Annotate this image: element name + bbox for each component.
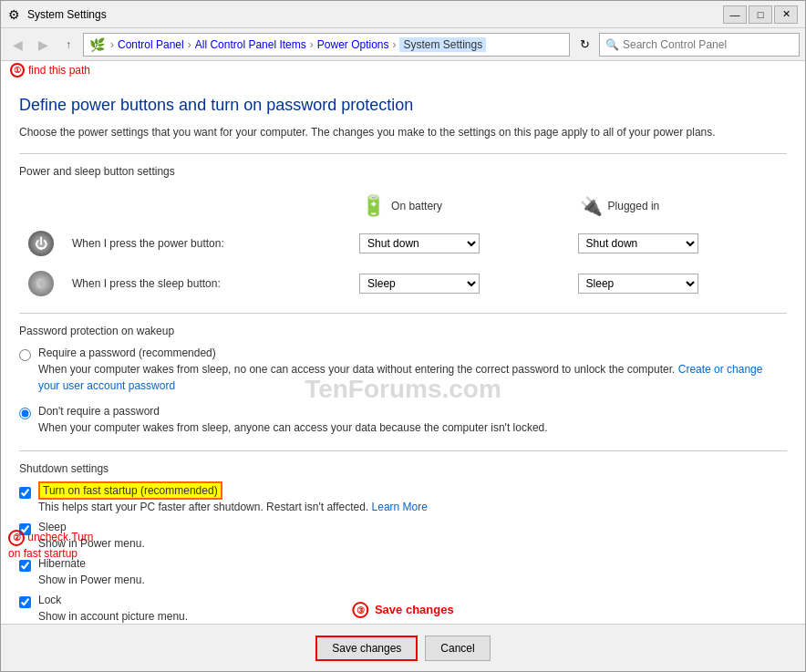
power-button-plugged-select[interactable]: Do nothing Sleep Hibernate Shut down Tur… xyxy=(578,233,698,253)
sleep-button-icon: ☾ xyxy=(28,271,54,296)
annotation2: ② uncheck Turn on fast startup xyxy=(8,530,99,562)
up-button[interactable]: ↑ xyxy=(57,34,79,56)
power-settings-table: 🔋 On battery 🔌 Plugged in xyxy=(19,189,787,304)
breadcrumb-power-options[interactable]: Power Options xyxy=(317,38,389,51)
fast-startup-item: Turn on fast startup (recommended) This … xyxy=(19,484,787,515)
lock-desc: Show in account picture menu. xyxy=(38,608,188,624)
annotation3-text: Save changes xyxy=(375,603,454,616)
divider2 xyxy=(19,313,787,314)
no-password-desc: When your computer wakes from sleep, any… xyxy=(38,419,548,436)
plugged-label: Plugged in xyxy=(608,200,660,212)
maximize-button[interactable]: □ xyxy=(749,5,772,24)
address-bar: ◀ ▶ ↑ 🌿 › Control Panel › All Control Pa… xyxy=(1,28,805,61)
hibernate-desc: Show in Power menu. xyxy=(38,572,145,588)
require-password-text: Require a password (recommended) When yo… xyxy=(38,346,787,394)
require-password-desc: When your computer wakes from sleep, no … xyxy=(38,361,787,394)
forward-button[interactable]: ▶ xyxy=(32,34,54,56)
sleep-button-battery-select[interactable]: Do nothing Sleep Hibernate Shut down Tur… xyxy=(359,274,480,294)
hibernate-text: Hibernate Show in Power menu. xyxy=(38,557,145,588)
page-title: Define power buttons and turn on passwor… xyxy=(19,96,787,115)
refresh-icon: ↻ xyxy=(580,37,590,51)
breadcrumb[interactable]: 🌿 › Control Panel › All Control Panel It… xyxy=(83,33,570,57)
sleep-button-plugged-select[interactable]: Do nothing Sleep Hibernate Shut down Tur… xyxy=(578,274,698,294)
learn-more-link[interactable]: Learn More xyxy=(372,501,428,513)
search-icon: 🔍 xyxy=(605,38,619,51)
annotation1-text: find this path xyxy=(28,64,90,77)
sleep-item: Sleep Show in Power menu. xyxy=(19,521,787,552)
no-password-text: Don't require a password When your compu… xyxy=(38,405,548,436)
annotation3: ③ Save changes xyxy=(352,602,453,618)
footer: ③ Save changes Save changes Cancel xyxy=(1,624,805,671)
breadcrumb-control-panel[interactable]: Control Panel xyxy=(118,38,184,51)
annotation2-circle: ② xyxy=(8,530,25,546)
back-icon: ◀ xyxy=(13,37,23,52)
shutdown-section: Shutdown settings Turn on fast startup (… xyxy=(19,462,787,624)
breadcrumb-icon: 🌿 xyxy=(89,37,105,52)
fast-startup-title: Turn on fast startup (recommended) xyxy=(38,484,428,497)
forward-icon: ▶ xyxy=(38,37,48,52)
battery-icon: 🔋 xyxy=(361,194,386,218)
breadcrumb-sep2: › xyxy=(188,38,191,51)
shutdown-section-label: Shutdown settings xyxy=(19,462,787,475)
close-button[interactable]: ✕ xyxy=(774,5,798,24)
breadcrumb-all-items[interactable]: All Control Panel Items xyxy=(195,38,306,51)
hibernate-item: Hibernate Show in Power menu. xyxy=(19,557,787,588)
require-password-radio[interactable] xyxy=(19,349,31,361)
no-password-title: Don't require a password xyxy=(38,405,548,418)
content-area: Define power buttons and turn on passwor… xyxy=(1,83,805,624)
window-title: System Settings xyxy=(27,8,107,21)
hibernate-checkbox[interactable] xyxy=(19,560,31,572)
refresh-button[interactable]: ↻ xyxy=(574,34,595,56)
breadcrumb-sep: › xyxy=(110,38,114,51)
fast-startup-desc: This helps start your PC faster after sh… xyxy=(38,499,428,515)
power-section-label: Power and sleep button settings xyxy=(19,165,787,178)
no-password-option: Don't require a password When your compu… xyxy=(19,405,787,436)
back-button[interactable]: ◀ xyxy=(6,34,28,56)
lock-text: Lock Show in account picture menu. xyxy=(38,594,188,624)
cancel-button[interactable]: Cancel xyxy=(425,636,490,661)
plugged-header: 🔌 Plugged in xyxy=(580,195,776,217)
lock-title: Lock xyxy=(38,594,188,606)
breadcrumb-sep4: › xyxy=(392,38,396,51)
fast-startup-checkbox[interactable] xyxy=(19,487,31,499)
breadcrumb-sep3: › xyxy=(310,38,314,51)
power-button-label: When I press the power button: xyxy=(72,237,224,250)
sleep-button-row: ☾ When I press the sleep button: Do noth… xyxy=(19,264,787,304)
search-box: 🔍 xyxy=(599,33,800,57)
fast-startup-text: Turn on fast startup (recommended) This … xyxy=(38,484,428,515)
divider1 xyxy=(19,153,787,154)
power-button-icon: ⏻ xyxy=(28,231,54,256)
battery-label: On battery xyxy=(391,200,442,212)
sleep-button-label: When I press the sleep button: xyxy=(72,277,221,290)
annotation-find-path: ① find this path xyxy=(1,61,805,83)
window-icon: ⚙ xyxy=(8,7,20,22)
search-input[interactable] xyxy=(623,38,793,51)
minimize-button[interactable]: — xyxy=(723,5,747,24)
battery-header: 🔋 On battery xyxy=(361,194,557,218)
require-password-option: Require a password (recommended) When yo… xyxy=(19,346,787,394)
lock-checkbox[interactable] xyxy=(19,596,31,608)
divider3 xyxy=(19,450,787,451)
annotation3-circle: ③ xyxy=(352,602,368,618)
fast-startup-title-highlight: Turn on fast startup (recommended) xyxy=(38,481,222,500)
password-section: Password protection on wakeup Require a … xyxy=(19,325,787,436)
no-password-radio[interactable] xyxy=(19,408,31,419)
title-bar: ⚙ System Settings — □ ✕ xyxy=(1,1,805,28)
power-button-battery-select[interactable]: Do nothing Sleep Hibernate Shut down Tur… xyxy=(359,233,480,253)
power-button-row: ⏻ When I press the power button: Do noth… xyxy=(19,223,787,264)
password-section-label: Password protection on wakeup xyxy=(19,325,787,337)
require-password-title: Require a password (recommended) xyxy=(38,346,787,359)
annotation1-circle: ① xyxy=(10,63,25,78)
plugged-icon: 🔌 xyxy=(580,195,603,217)
page-description: Choose the power settings that you want … xyxy=(19,124,787,140)
save-changes-button[interactable]: Save changes xyxy=(315,636,418,661)
breadcrumb-system-settings: System Settings xyxy=(399,37,486,52)
